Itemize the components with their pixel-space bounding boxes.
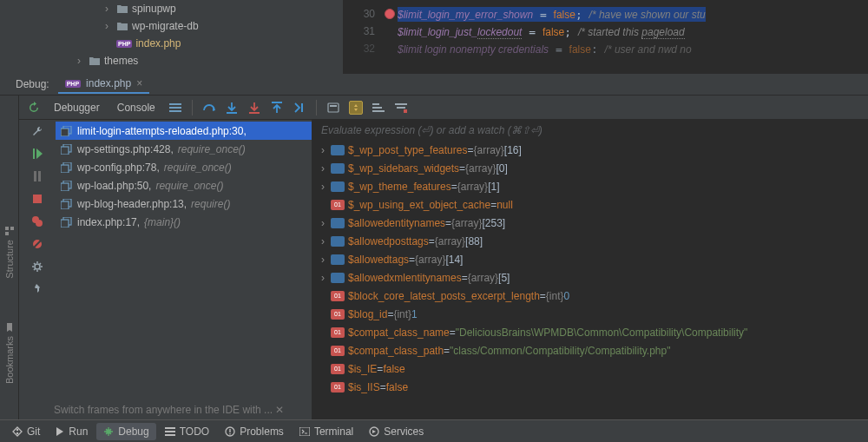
var-type-icon: 01 (330, 345, 345, 357)
frame-file: wp-config.php:78, (77, 162, 160, 174)
mute-breakpoints-button[interactable] (26, 234, 49, 254)
filter-button[interactable] (391, 98, 411, 117)
bookmarks-tool[interactable]: Bookmarks (4, 322, 15, 384)
chevron-right-icon[interactable]: › (316, 217, 330, 229)
tree-item-folder[interactable]: › wp-migrate-db (87, 17, 343, 35)
toolwindow-label: TODO (180, 426, 209, 438)
resume-button[interactable] (26, 144, 49, 163)
svg-rect-48 (299, 427, 310, 436)
structure-icon (4, 226, 15, 236)
terminal-icon (299, 427, 310, 436)
structure-tool[interactable]: Structure (4, 226, 15, 279)
tab-index-php[interactable]: PHP index.php × (58, 75, 149, 94)
svg-rect-34 (61, 183, 69, 191)
breakpoint-icon[interactable] (382, 9, 398, 19)
tab-debugger[interactable]: Debugger (47, 102, 107, 114)
stack-frame[interactable]: wp-settings.php:428, require_once() (56, 140, 312, 158)
step-over-button[interactable] (200, 98, 219, 117)
tree-item-folder[interactable]: › themes (73, 52, 343, 69)
step-into-button[interactable] (222, 98, 241, 117)
svg-rect-0 (5, 227, 9, 230)
frame-file: wp-settings.php:428, (77, 143, 174, 155)
watch-placeholder[interactable]: Evaluate expression (⏎) or add a watch (… (312, 120, 868, 141)
sort-button[interactable] (369, 98, 388, 117)
variable-row[interactable]: ›$allowedxmlentitynames = {array} [5] (312, 268, 868, 287)
pause-button[interactable] (26, 167, 49, 186)
variable-row[interactable]: 01$blog_id = {int} 1 (312, 305, 868, 323)
stack-frame[interactable]: wp-blog-header.php:13, require() (56, 195, 312, 213)
toolwindow-run[interactable]: Run (49, 423, 95, 440)
stack-frame[interactable]: wp-load.php:50, require_once() (56, 176, 312, 195)
variable-row[interactable]: ›$_wp_post_type_features = {array} [16] (312, 141, 868, 159)
var-type-icon: 01 (330, 290, 345, 302)
code-line: $limit login nonempty credentials = fals… (398, 43, 692, 56)
variable-row[interactable]: 01$is_IE = false (312, 360, 868, 378)
view-breakpoints-button[interactable] (26, 212, 49, 231)
chevron-right-icon: › (101, 20, 113, 32)
toolwindow-label: Debug (118, 426, 148, 438)
settings-button[interactable] (26, 257, 49, 276)
code-editor[interactable]: 30 $limit_login_my_error_shown = false; … (343, 0, 868, 74)
variable-row[interactable]: ›$allowedtags = {array} [14] (312, 250, 868, 268)
toolwindow-git[interactable]: Git (5, 423, 47, 440)
variable-row[interactable]: ›$allowedentitynames = {array} [253] (312, 214, 868, 232)
toolwindow-terminal[interactable]: Terminal (293, 423, 360, 440)
step-out-button[interactable] (267, 98, 286, 117)
svg-rect-14 (372, 110, 385, 112)
variable-row[interactable]: ›$allowedposttags = {array} [88] (312, 232, 868, 250)
svg-rect-32 (61, 165, 69, 173)
code-line: $limit_login_my_error_shown = false; /* … (398, 7, 706, 22)
stop-button[interactable] (26, 189, 49, 208)
frames-panel[interactable]: limit-login-attempts-reloaded.php:30,wp-… (56, 120, 312, 419)
evaluate-fragment-button[interactable] (346, 98, 365, 117)
variable-row[interactable]: 01$block_core_latest_posts_excerpt_lengt… (312, 287, 868, 305)
toolwindow-services[interactable]: Services (362, 423, 431, 440)
tree-item-file[interactable]: PHP index.php (87, 35, 343, 52)
chevron-right-icon[interactable]: › (316, 235, 330, 247)
toolwindow-problems[interactable]: Problems (218, 423, 291, 440)
toolwindow-todo[interactable]: TODO (158, 423, 216, 440)
svg-rect-13 (372, 107, 382, 109)
variable-row[interactable]: 01$compat_class_name = "DeliciousBrains\… (312, 323, 868, 341)
svg-point-26 (35, 264, 40, 269)
stack-frame[interactable]: wp-config.php:78, require_once() (56, 158, 312, 176)
run-to-cursor-button[interactable] (290, 98, 309, 117)
chevron-right-icon[interactable]: › (316, 162, 330, 175)
chevron-right-icon: › (73, 55, 85, 67)
threads-button[interactable] (166, 98, 185, 117)
variable-row[interactable]: ›$_wp_sidebars_widgets = {array} [0] (312, 159, 868, 177)
variable-row[interactable]: 01$compat_class_path = "class/Common/Com… (312, 341, 868, 360)
svg-point-40 (16, 432, 18, 433)
chevron-right-icon[interactable]: › (316, 181, 330, 193)
variable-row[interactable]: 01$_wp_using_ext_object_cache = null (312, 195, 868, 214)
close-icon[interactable]: × (136, 77, 142, 89)
tree-item-folder[interactable]: › spinupwp (87, 0, 343, 17)
var-type-icon: 01 (330, 327, 345, 339)
rerun-button[interactable] (24, 98, 43, 117)
stack-frame[interactable]: index.php:17, {main}() (56, 213, 312, 231)
variable-row[interactable]: 01$is_IIS = false (312, 378, 868, 396)
chevron-right-icon[interactable]: › (316, 272, 330, 284)
project-tree[interactable]: › spinupwp › wp-migrate-db PHP index.php… (0, 0, 343, 74)
stack-frame[interactable]: limit-login-attempts-reloaded.php:30, (56, 122, 312, 140)
svg-rect-11 (330, 105, 337, 107)
tab-console[interactable]: Console (110, 102, 162, 114)
toolwindow-debug[interactable]: Debug (96, 423, 155, 440)
pin-button[interactable] (26, 280, 49, 299)
todo-icon (165, 427, 175, 436)
variable-row[interactable]: ›$_wp_theme_features = {array} [1] (312, 177, 868, 195)
frame-function: require_once() (178, 143, 246, 155)
chevron-right-icon[interactable]: › (316, 254, 330, 266)
force-step-into-button[interactable] (245, 98, 264, 117)
services-icon (369, 426, 379, 437)
toolwindow-label: Services (384, 426, 424, 438)
svg-rect-12 (372, 103, 379, 105)
frame-icon (61, 181, 73, 191)
variables-panel[interactable]: Evaluate expression (⏎) or add a watch (… (312, 120, 868, 419)
chevron-right-icon[interactable]: › (316, 144, 330, 156)
wrench-button[interactable] (26, 122, 49, 141)
svg-rect-8 (272, 102, 282, 103)
tree-label: spinupwp (132, 3, 176, 15)
frame-icon (61, 126, 73, 136)
evaluate-button[interactable] (324, 98, 343, 117)
